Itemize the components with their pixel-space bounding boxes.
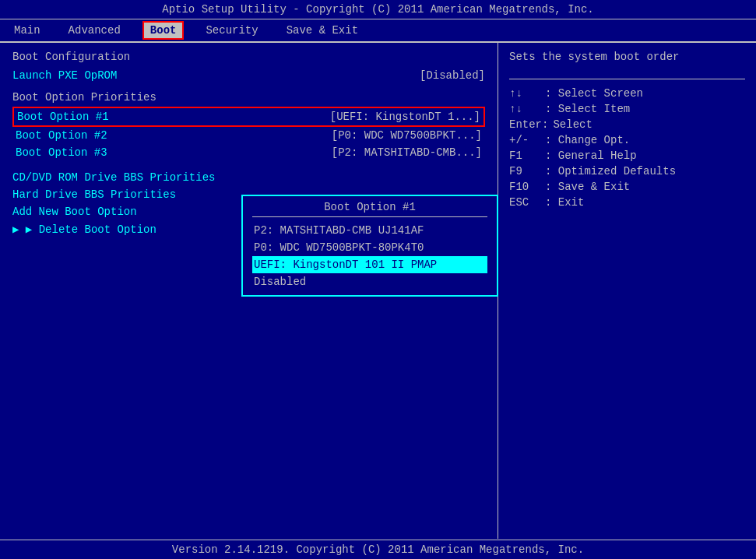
- boot-option-row-3[interactable]: Boot Option #3[P2: MATSHITABD-CMB...]: [12, 144, 485, 161]
- key-row-7: ESC: Exit: [509, 195, 745, 210]
- boot-option-dropdown[interactable]: Boot Option #1 P2: MATSHITABD-CMB UJ141A…: [241, 195, 498, 297]
- popup-options: P2: MATSHITABD-CMB UJ141AFP0: WDC WD7500…: [252, 222, 487, 290]
- key-desc-6: : Save & Exit: [545, 181, 630, 193]
- boot-option-row-1[interactable]: Boot Option #1[UEFI: KingstonDT 1...]: [12, 107, 485, 127]
- key-label-2: Enter:: [509, 118, 548, 131]
- key-desc-7: : Exit: [545, 196, 584, 209]
- key-help: ↑↓: Select Screen↑↓: Select ItemEnter:Se…: [509, 86, 745, 210]
- boot-option-row-2[interactable]: Boot Option #2[P0: WDC WD7500BPKT...]: [12, 127, 485, 144]
- nav-item-security[interactable]: Security: [199, 23, 264, 38]
- key-label-4: F1: [509, 149, 540, 162]
- key-row-5: F9: Optimized Defaults: [509, 163, 745, 179]
- key-label-6: F10: [509, 181, 540, 193]
- boot-option-value-1: [UEFI: KingstonDT 1...]: [330, 111, 480, 123]
- boot-option-label-1: Boot Option #1: [17, 111, 109, 123]
- boot-option-value-3: [P2: MATSHITABD-CMB...]: [332, 146, 482, 159]
- nav-item-boot[interactable]: Boot: [142, 21, 185, 40]
- left-panel: Boot Configuration Launch PXE OpROM [Dis…: [0, 43, 498, 539]
- nav-item-advanced[interactable]: Advanced: [62, 23, 127, 38]
- key-desc-3: : Change Opt.: [545, 134, 630, 146]
- key-row-4: F1: General Help: [509, 148, 745, 163]
- key-label-5: F9: [509, 165, 540, 178]
- key-row-0: ↑↓: Select Screen: [509, 86, 745, 101]
- key-label-0: ↑↓: [509, 87, 540, 100]
- boot-option-label-3: Boot Option #3: [16, 146, 107, 159]
- key-label-7: ESC: [509, 196, 540, 209]
- title-bar: Aptio Setup Utility - Copyright (C) 2011…: [0, 0, 756, 19]
- nav-item-main[interactable]: Main: [8, 23, 47, 38]
- launch-pxe-label: Launch PXE OpROM: [12, 69, 117, 82]
- popup-option-3[interactable]: Disabled: [252, 273, 487, 290]
- key-row-1: ↑↓: Select Item: [509, 101, 745, 117]
- boot-option-value-2: [P0: WDC WD7500BPKT...]: [332, 129, 482, 142]
- popup-title: Boot Option #1: [252, 201, 487, 217]
- key-row-3: +/-: Change Opt.: [509, 132, 745, 148]
- help-text: Sets the system boot order: [509, 51, 745, 63]
- boot-option-priorities-title: Boot Option Priorities: [12, 91, 485, 104]
- popup-option-0[interactable]: P2: MATSHITABD-CMB UJ141AF: [252, 222, 487, 239]
- menu-item-0[interactable]: CD/DVD ROM Drive BBS Priorities: [12, 169, 485, 186]
- nav-item-save-exit[interactable]: Save & Exit: [280, 23, 364, 38]
- key-label-3: +/-: [509, 134, 540, 146]
- nav-bar: MainAdvancedBootSecuritySave & Exit: [0, 19, 756, 42]
- right-panel: Sets the system boot order ↑↓: Select Sc…: [498, 43, 756, 539]
- key-row-2: Enter:Select: [509, 117, 745, 132]
- launch-pxe-value: [Disabled]: [420, 69, 485, 82]
- key-desc-1: : Select Item: [545, 103, 630, 115]
- launch-pxe-row[interactable]: Launch PXE OpROM [Disabled]: [12, 68, 485, 83]
- key-desc-5: : Optimized Defaults: [545, 165, 676, 178]
- key-desc-2: Select: [553, 118, 592, 131]
- key-row-6: F10: Save & Exit: [509, 179, 745, 195]
- boot-config-title: Boot Configuration: [12, 51, 485, 63]
- key-desc-4: : General Help: [545, 149, 637, 162]
- key-label-1: ↑↓: [509, 103, 540, 115]
- footer: Version 2.14.1219. Copyright (C) 2011 Am…: [0, 540, 756, 559]
- key-desc-0: : Select Screen: [545, 87, 643, 100]
- footer-text: Version 2.14.1219. Copyright (C) 2011 Am…: [172, 543, 584, 556]
- boot-option-label-2: Boot Option #2: [16, 129, 107, 142]
- separator: [509, 79, 745, 79]
- main-content: Boot Configuration Launch PXE OpROM [Dis…: [0, 42, 756, 539]
- popup-option-2[interactable]: UEFI: KingstonDT 101 II PMAP: [252, 256, 487, 273]
- boot-options-list: Boot Option #1[UEFI: KingstonDT 1...]Boo…: [12, 107, 485, 161]
- title-text: Aptio Setup Utility - Copyright (C) 2011…: [162, 3, 594, 16]
- popup-option-1[interactable]: P0: WDC WD7500BPKT-80PK4T0: [252, 239, 487, 256]
